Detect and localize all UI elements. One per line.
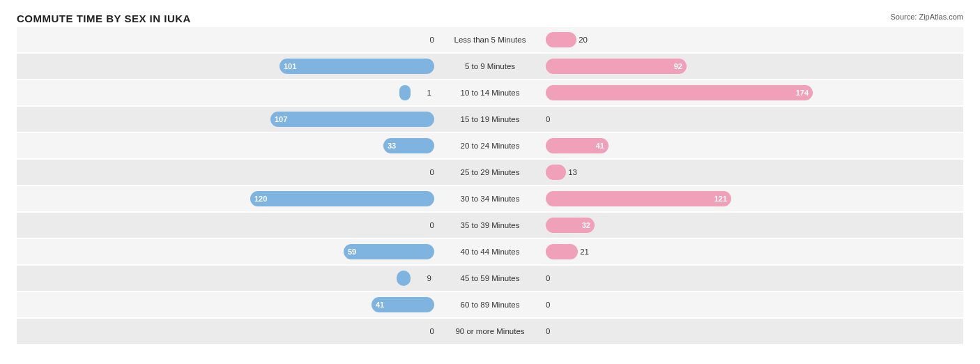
row-label: 35 to 39 Minutes: [434, 221, 546, 229]
female-value: 41: [596, 142, 604, 150]
female-value-outside: 20: [576, 36, 600, 44]
bar-female: 121: [546, 191, 731, 206]
male-value-outside: 9: [411, 274, 434, 282]
male-value-zero: 0: [411, 327, 434, 335]
bar-female: 174: [546, 85, 813, 100]
chart-container: COMMUTE TIME BY SEX IN IUKA Source: ZipA…: [0, 0, 980, 364]
bar-left-outer: 101: [17, 59, 434, 74]
chart-row: 9 45 to 59 Minutes 0: [17, 266, 963, 291]
chart-area: 0 Less than 5 Minutes 20 101 5 to 9 M: [17, 27, 963, 314]
bar-female: 32: [546, 218, 595, 233]
bar-right-outer: 0: [546, 115, 963, 123]
row-label: 20 to 24 Minutes: [434, 142, 546, 150]
male-value: 101: [284, 62, 296, 70]
bar-left-outer: 33: [17, 138, 434, 153]
bar-male: [399, 85, 411, 100]
chart-row: 41 60 to 89 Minutes 0: [17, 292, 963, 317]
bar-female: [546, 165, 566, 180]
chart-row: 107 15 to 19 Minutes 0: [17, 107, 963, 132]
male-value: 120: [254, 195, 267, 203]
male-value-outside: 1: [411, 89, 434, 97]
bar-left-outer: 1: [17, 85, 434, 100]
bar-right-outer: 174: [546, 85, 963, 100]
bar-left-outer: 59: [17, 244, 434, 259]
male-value: 33: [388, 142, 396, 150]
bar-female: [546, 244, 578, 259]
bar-right-outer: 32: [546, 218, 963, 233]
female-value-zero: 0: [546, 327, 569, 335]
male-value: 41: [376, 301, 384, 309]
chart-row: 1 10 to 14 Minutes 174: [17, 80, 963, 105]
male-value: 59: [348, 248, 356, 256]
chart-row: 0 25 to 29 Minutes 13: [17, 160, 963, 185]
female-value-outside: 13: [566, 168, 590, 176]
bar-male: 33: [383, 138, 434, 153]
bar-left-outer: 107: [17, 112, 434, 127]
chart-row: 120 30 to 34 Minutes 121: [17, 186, 963, 211]
bar-male: 107: [270, 112, 434, 127]
source-label: Source: ZipAtlas.com: [890, 13, 963, 21]
female-value-zero: 0: [546, 115, 569, 123]
bar-male: 59: [344, 244, 434, 259]
bar-male: 120: [250, 191, 434, 206]
row-label: Less than 5 Minutes: [434, 36, 546, 44]
bar-right-outer: 13: [546, 165, 963, 180]
female-value-zero: 0: [546, 274, 569, 282]
female-value: 174: [796, 89, 809, 97]
female-value-outside: 21: [578, 248, 602, 256]
chart-row: 0 Less than 5 Minutes 20: [17, 27, 963, 52]
row-label: 30 to 34 Minutes: [434, 195, 546, 203]
bar-left-outer: 0: [17, 327, 434, 335]
female-value-zero: 0: [546, 301, 569, 309]
row-label: 15 to 19 Minutes: [434, 115, 546, 123]
male-value-zero: 0: [411, 168, 434, 176]
bar-right-outer: 0: [546, 301, 963, 309]
male-value-zero: 0: [411, 36, 434, 44]
chart-row: 59 40 to 44 Minutes 21: [17, 239, 963, 264]
bar-right-outer: 92: [546, 59, 963, 74]
chart-row: 0 90 or more Minutes 0: [17, 319, 963, 344]
bar-female: 92: [546, 59, 687, 74]
bar-right-outer: 0: [546, 274, 963, 282]
bar-left-outer: 0: [17, 168, 434, 176]
bar-right-outer: 0: [546, 327, 963, 335]
chart-row: 0 35 to 39 Minutes 32: [17, 213, 963, 238]
row-label: 40 to 44 Minutes: [434, 248, 546, 256]
row-label: 90 or more Minutes: [434, 327, 546, 335]
chart-row: 101 5 to 9 Minutes 92: [17, 54, 963, 79]
bar-right-outer: 41: [546, 138, 963, 153]
bar-left-outer: 9: [17, 271, 434, 286]
row-label: 60 to 89 Minutes: [434, 301, 546, 309]
bar-right-outer: 20: [546, 32, 963, 47]
male-value-zero: 0: [411, 221, 434, 229]
bar-left-outer: 41: [17, 297, 434, 312]
row-label: 45 to 59 Minutes: [434, 274, 546, 282]
bar-left-outer: 120: [17, 191, 434, 206]
female-value: 32: [582, 221, 590, 229]
bar-left-outer: 0: [17, 221, 434, 229]
row-label: 5 to 9 Minutes: [434, 62, 546, 70]
female-value: 92: [674, 62, 682, 70]
row-label: 10 to 14 Minutes: [434, 89, 546, 97]
bar-female: 41: [546, 138, 608, 153]
female-value: 121: [714, 195, 727, 203]
bar-male: 41: [372, 297, 434, 312]
bar-left-outer: 0: [17, 36, 434, 44]
bar-right-outer: 121: [546, 191, 963, 206]
row-label: 25 to 29 Minutes: [434, 168, 546, 176]
bar-female: [546, 32, 576, 47]
bar-right-outer: 21: [546, 244, 963, 259]
chart-title: COMMUTE TIME BY SEX IN IUKA: [17, 13, 963, 24]
chart-row: 33 20 to 24 Minutes 41: [17, 133, 963, 158]
bar-male: [397, 271, 411, 286]
bar-male: 101: [280, 59, 434, 74]
male-value: 107: [275, 115, 287, 123]
